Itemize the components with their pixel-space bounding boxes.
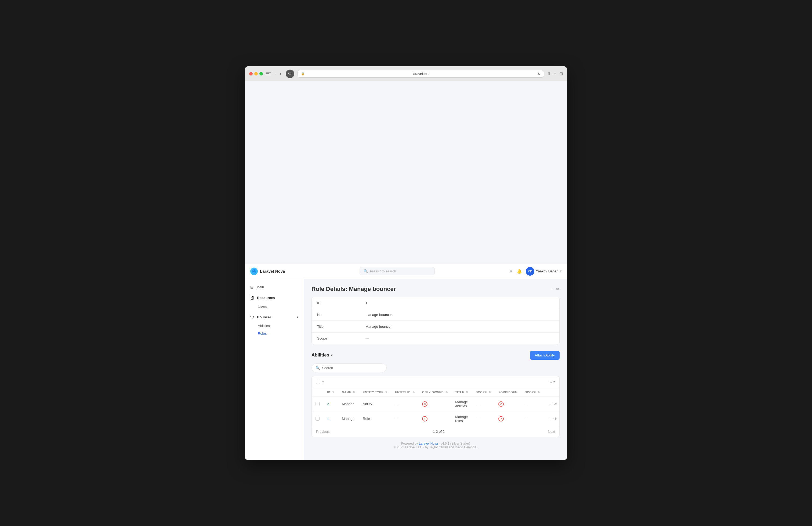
chevron-down-icon: ▾ [560,269,562,273]
sidebar-bouncer-title-row: 🛡 Bouncer [250,315,271,319]
traffic-light-yellow[interactable] [254,72,258,75]
col-id[interactable]: ID ⇅ [323,388,338,397]
users-label: Users [258,304,267,309]
sidebar-toggle-btn[interactable] [266,72,271,76]
detail-label-id: ID [317,301,365,305]
toolbar-left: ▾ [316,380,324,384]
detail-card: ID 1 Name manage-bouncer Title Manage bo… [311,297,560,344]
traffic-light-red[interactable] [249,72,253,75]
filter-button[interactable]: ▽ ▾ [549,380,555,384]
sidebar-bouncer-header[interactable]: 🛡 Bouncer ▾ [250,312,298,322]
col-entity-id[interactable]: ENTITY ID ⇅ [391,388,418,397]
row-entity-type-value: Ability [363,402,372,406]
row-checkbox[interactable] [316,417,320,421]
row-checkbox[interactable] [316,402,320,406]
row-entity-id-cell: — [391,411,418,426]
chevron-down-icon[interactable]: ▾ [322,380,324,384]
sidebar-item-roles[interactable]: Roles [258,330,298,338]
row-entity-type-cell: Role [359,411,391,426]
row-entity-type-value: Role [363,417,370,421]
col-scope[interactable]: SCOPE ⇅ [472,388,495,397]
browser-controls: ‹ › 🛡 🔒 laravel.test ↻ ⬆ ＋ ⊞ [249,70,563,78]
row-id-link[interactable]: 1 [327,417,329,421]
col-id-label: ID [327,390,330,394]
sort-icon-only-owned: ⇅ [446,391,448,394]
app [245,81,567,264]
row-view-button[interactable]: 👁 [553,417,557,421]
tab-overview-button[interactable]: ⊞ [559,71,563,76]
abilities-chevron-icon: ▾ [331,353,333,357]
row-view-button[interactable]: 👁 [553,402,557,406]
address-bar[interactable]: 🔒 laravel.test ↻ [298,70,544,77]
row-entity-type-cell: Ability [359,397,391,411]
detail-row-scope: Scope — [312,332,559,344]
row-only-owned-cell: ✕ [418,397,451,411]
abilities-label: Abilities [258,324,270,328]
new-tab-button[interactable]: ＋ [553,71,557,76]
shield-icon: 🛡 [250,315,254,319]
row-name-value: Manage [342,417,354,421]
sidebar-resources-header[interactable]: 🗄 Resources [250,293,298,302]
forward-button[interactable]: › [279,71,282,77]
row-more-button[interactable]: ··· [548,417,551,421]
header-left: 🌀 Laravel Nova [250,268,285,275]
theme-toggle-button[interactable]: ☀ [509,269,513,274]
footer-nova-link[interactable]: Laravel Nova [419,442,438,445]
col-scope-label: SCOPE [476,390,487,394]
sidebar-section-resources: 🗄 Resources Users [245,292,304,311]
user-name: Yaakov Dahan [536,269,559,273]
bouncer-chevron-icon: ▾ [297,315,298,319]
col-scope2[interactable]: SCOPE ⇅ [521,388,544,397]
abilities-search-input[interactable] [322,366,383,370]
global-search-bar[interactable]: 🔍 Press / to search [360,267,435,275]
sidebar-item-users[interactable]: Users [258,302,298,310]
avatar: YD [526,267,534,275]
col-forbidden[interactable]: FORBIDDEN [495,388,521,397]
row-scope-value: — [476,417,479,421]
only-owned-forbidden-icon: ✕ [422,401,427,407]
row-id-link[interactable]: 2 [327,402,329,406]
more-options-button[interactable]: ··· [550,287,553,292]
row-scope-cell: — [472,397,495,411]
footer-powered-text: Powered by [401,442,418,445]
share-button[interactable]: ⬆ [547,71,551,76]
col-title[interactable]: TITLE ⇅ [451,388,472,397]
col-entity-type[interactable]: ENTITY TYPE ⇅ [359,388,391,397]
row-id-cell: 1 [323,411,338,426]
sidebar-item-main[interactable]: ⊞ Main [245,282,304,292]
sidebar: ⊞ Main 🗄 Resources Use [245,279,304,460]
header-actions: ☀ 🔔 YD Yaakov Dahan ▾ [509,267,562,275]
logo-icon: 🌀 [252,269,257,273]
row-actions-cell: ··· 👁 ✏ 🗑 [544,397,560,411]
abilities-search-box[interactable]: 🔍 [311,364,387,372]
search-icon: 🔍 [316,366,320,370]
user-menu[interactable]: YD Yaakov Dahan ▾ [526,267,562,275]
row-more-button[interactable]: ··· [548,402,551,406]
next-button[interactable]: Next [548,429,555,433]
sort-icon-entity-type: ⇅ [385,391,388,394]
traffic-light-green[interactable] [259,72,263,75]
abilities-section-title[interactable]: Abilities ▾ [311,353,333,358]
nova-logo: 🌀 [250,268,258,275]
select-all-checkbox[interactable] [316,380,320,384]
detail-label-name: Name [317,313,365,317]
notifications-button[interactable]: 🔔 [517,269,522,274]
row-entity-id-cell: — [391,397,418,411]
col-name[interactable]: NAME ⇅ [338,388,359,397]
detail-row-title: Title Manage bouncer [312,321,559,332]
sidebar-item-abilities[interactable]: Abilities [258,322,298,330]
page-header: Role Details: Manage bouncer ··· ✏ [311,286,560,293]
row-actions-cell: ··· 👁 ✏ 🗑 [544,411,560,426]
col-only-owned[interactable]: ONLY OWNED ⇅ [418,388,451,397]
edit-button[interactable]: ✏ [556,286,560,292]
attach-ability-button[interactable]: Attach Ability [530,351,560,360]
table-row: 1 Manage Role — [312,411,560,426]
reload-button[interactable]: ↻ [537,72,540,76]
previous-button[interactable]: Previous [316,429,330,433]
back-button[interactable]: ‹ [274,71,278,77]
avatar-initials: YD [528,269,533,273]
row-scope2-value: — [525,417,528,421]
detail-value-id: 1 [365,301,367,305]
row-only-owned-cell: ✕ [418,411,451,426]
pagination-info: 1-2 of 2 [433,429,445,433]
